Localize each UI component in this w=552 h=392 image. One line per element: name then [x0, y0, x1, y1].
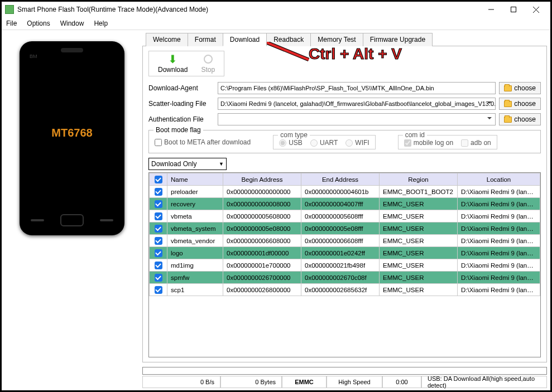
header-location[interactable]: Location — [458, 173, 540, 186]
header-name[interactable]: Name — [167, 173, 223, 186]
table-row[interactable]: spmfw 0x0000000026700000 0x000000002670c… — [150, 272, 540, 284]
table-row[interactable]: vbmeta_vendor 0x0000000006608000 0x00000… — [150, 235, 540, 247]
chip-label: MT6768 — [51, 127, 92, 139]
download-panel: ⬇ Download Stop Download-Agent C:\Progra… — [142, 46, 547, 362]
table-row[interactable]: logo 0x000000001df00000 0x000000001e0242… — [150, 247, 540, 259]
phone-earpiece — [61, 48, 83, 52]
table-row[interactable]: vbmeta_system 0x0000000005e08000 0x00000… — [150, 222, 540, 235]
scatter-choose-button[interactable]: choose — [499, 98, 541, 110]
folder-icon — [504, 117, 512, 123]
com-wifi-radio: WIFI — [345, 139, 369, 147]
folder-icon — [504, 85, 512, 91]
device-badge: BM — [30, 54, 37, 59]
menubar: File Options Window Help — [2, 17, 550, 30]
device-preview: BM MT6768 — [20, 41, 124, 235]
table-row[interactable]: preloader 0x0000000000000000 0x000000000… — [150, 186, 540, 198]
menu-options[interactable]: Options — [27, 20, 50, 27]
folder-icon — [504, 101, 512, 107]
tabstrip: Welcome Format Download Readback Memory … — [142, 32, 550, 46]
table-row[interactable]: recovery 0x0000000000008000 0x0000000004… — [150, 198, 540, 210]
auth-input[interactable] — [218, 113, 496, 125]
adb-checkbox: adb on — [461, 139, 491, 147]
header-checkbox[interactable] — [150, 173, 167, 186]
progress-bar — [142, 367, 547, 375]
auth-choose-button[interactable]: choose — [499, 113, 541, 125]
header-region[interactable]: Region — [380, 173, 458, 186]
da-choose-button[interactable]: choose — [499, 82, 541, 94]
tab-download[interactable]: Download — [223, 33, 267, 46]
partition-table[interactable]: Name Begin Address End Address Region Lo… — [148, 172, 541, 357]
status-bar: 0 B/s 0 Bytes EMMC High Speed 0:00 USB: … — [142, 376, 547, 388]
status-bytes: 0 Bytes — [220, 376, 282, 388]
tab-firmware-upgrade[interactable]: Firmware Upgrade — [363, 33, 433, 46]
download-button[interactable]: ⬇ Download — [158, 54, 188, 74]
boot-meta-checkbox[interactable]: Boot to META after download — [155, 138, 251, 146]
com-type-group: com type USB UART WIFI — [273, 135, 375, 149]
maximize-button[interactable] — [502, 3, 525, 16]
svg-rect-1 — [511, 7, 516, 12]
table-row[interactable]: scp1 0x0000000026800000 0x00000000268563… — [150, 284, 540, 296]
content: BM MT6768 Welcome Format Download Readba… — [2, 30, 550, 390]
status-time: 0:00 — [382, 376, 421, 388]
mobilelog-checkbox: mobile log on — [404, 139, 453, 147]
com-usb-radio: USB — [279, 139, 303, 147]
download-mode-dropdown[interactable]: Download Only — [148, 158, 227, 170]
action-toolbar: ⬇ Download Stop — [148, 51, 224, 76]
auth-label: Authentication File — [148, 115, 214, 123]
download-arrow-icon: ⬇ — [167, 54, 179, 65]
tab-welcome[interactable]: Welcome — [146, 33, 188, 46]
tab-readback[interactable]: Readback — [266, 33, 311, 46]
main-panel: Welcome Format Download Readback Memory … — [142, 30, 550, 390]
scatter-input[interactable]: D:\Xiaomi Redmi 9 (lancelot, galahad)\Of… — [218, 98, 496, 110]
status-usb: USB: DA Download All(high speed,auto det… — [421, 376, 547, 388]
stop-icon — [203, 54, 214, 65]
table-row[interactable]: vbmeta 0x0000000005608000 0x000000000560… — [150, 210, 540, 222]
scatter-label: Scatter-loading File — [148, 100, 214, 108]
titlebar: Smart Phone Flash Tool(Runtime Trace Mod… — [2, 2, 550, 17]
app-window: Smart Phone Flash Tool(Runtime Trace Mod… — [0, 0, 552, 392]
phone-screen: MT6768 — [26, 56, 118, 210]
minimize-button[interactable] — [480, 3, 502, 16]
status-storage: EMMC — [282, 376, 327, 388]
menu-file[interactable]: File — [6, 20, 17, 27]
header-begin[interactable]: Begin Address — [223, 173, 301, 186]
sidebar: BM MT6768 — [2, 30, 142, 390]
menu-help[interactable]: Help — [94, 20, 108, 27]
com-uart-radio: UART — [310, 139, 338, 147]
menu-window[interactable]: Window — [60, 20, 84, 27]
header-end[interactable]: End Address — [301, 173, 380, 186]
close-button[interactable] — [525, 3, 547, 16]
tab-format[interactable]: Format — [188, 33, 223, 46]
window-title: Smart Phone Flash Tool(Runtime Trace Mod… — [17, 6, 480, 13]
stop-button[interactable]: Stop — [201, 54, 215, 74]
table-row[interactable]: md1img 0x000000001e700000 0x0000000021fb… — [150, 259, 540, 272]
da-input[interactable]: C:\Program Files (x86)\MiFlashPro\SP_Fla… — [218, 82, 496, 94]
tab-memory-test[interactable]: Memory Test — [310, 33, 363, 46]
status-mode: High Speed — [327, 376, 382, 388]
app-icon — [5, 5, 14, 14]
boot-mode-group: Boot mode flag Boot to META after downlo… — [148, 130, 541, 153]
status-speed: 0 B/s — [142, 376, 220, 388]
home-button-icon — [60, 214, 84, 226]
com-id-group: com id mobile log on adb on — [398, 135, 497, 149]
da-label: Download-Agent — [148, 84, 214, 92]
